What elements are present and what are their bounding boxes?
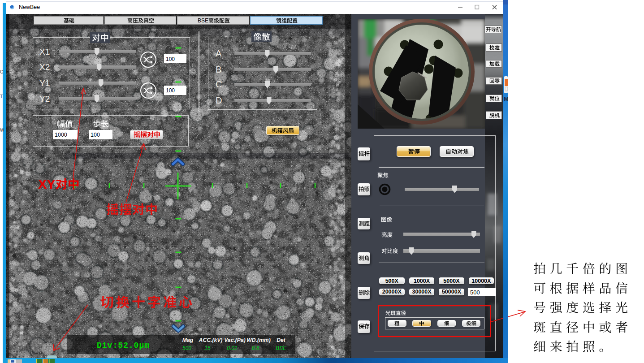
svg-text:M: M	[504, 95, 508, 102]
svg-text:XY: XY	[38, 177, 56, 191]
